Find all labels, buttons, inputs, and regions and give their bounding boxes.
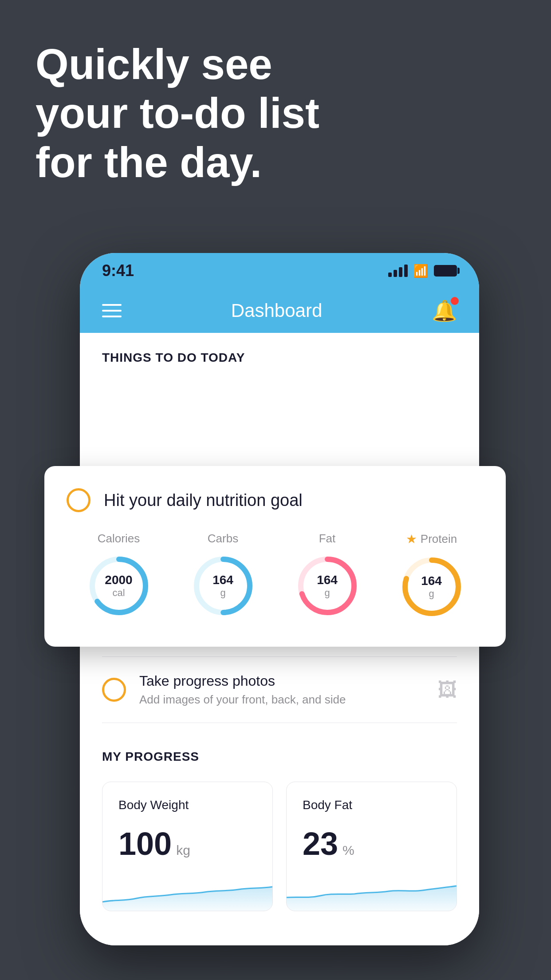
wifi-icon: 📶: [413, 264, 429, 278]
signal-bar-4: [404, 265, 408, 277]
carbs-value: 164 g: [213, 573, 233, 599]
protein-label: Protein: [421, 532, 457, 546]
headline-line2: your to-do list: [35, 89, 319, 137]
nutrition-card-header: Hit your daily nutrition goal: [67, 488, 484, 512]
body-fat-chart-svg: [287, 875, 457, 911]
headline-line3: for the day.: [35, 138, 262, 186]
headline-line1: Quickly see: [35, 40, 272, 88]
body-weight-value: 100: [118, 826, 172, 862]
protein-circle: 164 g: [398, 553, 465, 620]
progress-header: MY PROGRESS: [102, 750, 457, 764]
body-fat-chart: [287, 875, 457, 911]
signal-bar-3: [399, 267, 402, 277]
battery-icon: [434, 265, 457, 277]
todo-content-photos: Take progress photos Add images of your …: [139, 673, 437, 707]
hamburger-line-3: [102, 316, 122, 317]
body-fat-value-row: 23 %: [303, 826, 441, 862]
body-fat-title: Body Fat: [303, 798, 441, 812]
protein-label-row: ★ Protein: [406, 532, 457, 546]
progress-cards: Body Weight 100 kg: [102, 782, 457, 911]
body-weight-title: Body Weight: [118, 798, 256, 812]
todo-subtitle-photos: Add images of your front, back, and side: [139, 693, 437, 707]
nutrition-radio[interactable]: [67, 488, 91, 512]
fat-circle: 164 g: [294, 553, 361, 619]
notification-dot: [451, 297, 459, 305]
todo-title-photos: Take progress photos: [139, 673, 437, 689]
things-to-do-header: THINGS TO DO TODAY: [80, 333, 479, 374]
body-fat-unit: %: [342, 843, 354, 858]
carbs-label: Carbs: [208, 532, 238, 545]
star-icon: ★: [406, 532, 417, 546]
nav-title: Dashboard: [231, 300, 322, 321]
status-time: 9:41: [102, 261, 134, 280]
calories-label: Calories: [98, 532, 140, 545]
hamburger-line-2: [102, 310, 122, 312]
nutrition-carbs: Carbs 164 g: [190, 532, 256, 619]
nutrition-card: Hit your daily nutrition goal Calories 2…: [44, 466, 506, 647]
carbs-circle: 164 g: [190, 553, 256, 619]
body-weight-chart: [102, 875, 272, 911]
signal-bar-2: [394, 270, 397, 277]
my-progress-section: MY PROGRESS Body Weight 100 kg: [80, 723, 479, 929]
nutrition-fat: Fat 164 g: [294, 532, 361, 619]
nutrition-calories: Calories 2000 cal: [86, 532, 152, 619]
body-weight-unit: kg: [176, 843, 190, 858]
status-icons: 📶: [388, 264, 457, 278]
nutrition-card-title: Hit your daily nutrition goal: [104, 491, 303, 510]
body-weight-chart-svg: [102, 875, 272, 911]
hamburger-line-1: [102, 304, 122, 306]
status-bar: 9:41 📶: [80, 253, 479, 288]
todo-item-photos[interactable]: Take progress photos Add images of your …: [102, 657, 457, 723]
nav-bar: Dashboard 🔔: [80, 288, 479, 333]
protein-value: 164 g: [421, 574, 442, 600]
fat-value: 164 g: [317, 573, 338, 599]
hamburger-menu[interactable]: [102, 304, 122, 317]
notification-bell-button[interactable]: 🔔: [432, 299, 457, 323]
body-fat-value: 23: [303, 826, 338, 862]
nutrition-protein: ★ Protein 164 g: [398, 532, 465, 620]
fat-label: Fat: [319, 532, 336, 545]
calories-circle: 2000 cal: [86, 553, 152, 619]
background-headline: Quickly see your to-do list for the day.: [35, 40, 319, 187]
body-weight-card[interactable]: Body Weight 100 kg: [102, 782, 273, 911]
signal-bar-1: [388, 273, 392, 277]
todo-radio-photos[interactable]: [102, 678, 126, 702]
nutrition-circles-row: Calories 2000 cal Carbs: [67, 532, 484, 620]
photo-icon: 🖼: [437, 679, 457, 701]
calories-value: 2000 cal: [105, 573, 132, 599]
body-fat-card[interactable]: Body Fat 23 %: [286, 782, 457, 911]
signal-bars-icon: [388, 265, 408, 277]
body-weight-value-row: 100 kg: [118, 826, 256, 862]
